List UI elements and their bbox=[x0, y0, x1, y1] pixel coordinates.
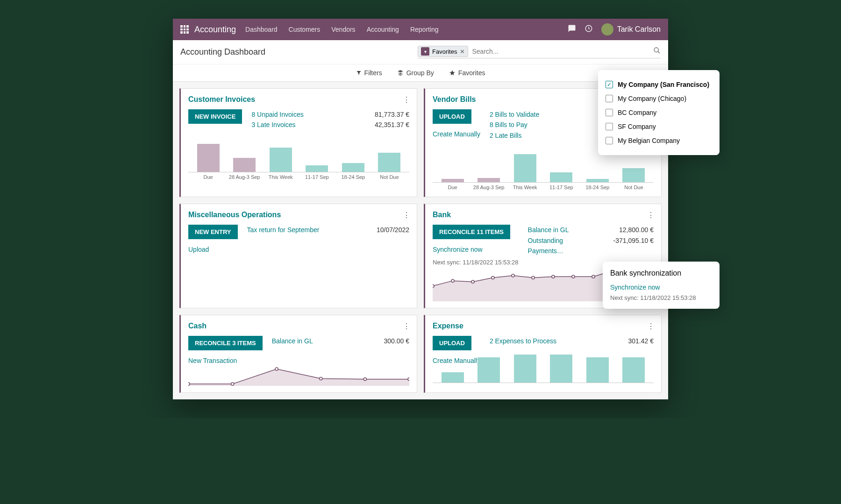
company-option[interactable]: SF Company bbox=[606, 120, 712, 134]
upload-expense-button[interactable]: UPLOAD bbox=[433, 336, 471, 350]
tax-return-link[interactable]: Tax return for September bbox=[247, 225, 349, 235]
expense-bar-chart bbox=[433, 369, 654, 383]
checkbox-icon bbox=[606, 137, 613, 144]
chip-close-icon[interactable]: ✕ bbox=[460, 48, 465, 55]
svg-point-10 bbox=[572, 275, 575, 278]
svg-line-2 bbox=[658, 51, 660, 53]
card-menu-icon[interactable]: ⋮ bbox=[647, 211, 655, 220]
filter-row: Filters Group By Favorites bbox=[173, 64, 668, 82]
dashboard: ⋮ Customer Invoices NEW INVOICE 8 Unpaid… bbox=[173, 82, 668, 399]
messages-icon[interactable] bbox=[568, 24, 576, 35]
svg-point-18 bbox=[320, 377, 322, 380]
svg-point-20 bbox=[408, 378, 409, 381]
bills-pay-link[interactable]: 8 Bills to Pay bbox=[490, 120, 593, 130]
company-option[interactable]: My Company (Chicago) bbox=[606, 92, 712, 106]
svg-point-3 bbox=[433, 284, 434, 287]
search-input[interactable] bbox=[468, 46, 653, 57]
app-name[interactable]: Accounting bbox=[194, 25, 236, 35]
cash-balance-value: 300.00 € bbox=[358, 336, 409, 346]
upload-bills-button[interactable]: UPLOAD bbox=[433, 109, 471, 124]
search-icon[interactable] bbox=[653, 47, 661, 56]
company-option[interactable]: My Belgian Company bbox=[606, 134, 712, 148]
search-area: ▾ Favorites ✕ bbox=[418, 46, 661, 58]
card-menu-icon[interactable]: ⋮ bbox=[647, 322, 655, 331]
tax-return-date: 10/07/2022 bbox=[358, 225, 409, 235]
card-title[interactable]: Cash bbox=[188, 322, 409, 330]
expense-value: 301.42 € bbox=[602, 336, 654, 346]
svg-point-6 bbox=[492, 277, 494, 279]
nav-customers[interactable]: Customers bbox=[289, 26, 321, 33]
sync-now-link[interactable]: Synchronize now bbox=[433, 246, 483, 253]
nav-dashboard[interactable]: Dashboard bbox=[245, 26, 278, 33]
new-invoice-button[interactable]: NEW INVOICE bbox=[188, 109, 242, 124]
card-title[interactable]: Miscellaneous Operations bbox=[188, 211, 409, 219]
card-title[interactable]: Bank bbox=[433, 211, 654, 219]
filter-icon: ▾ bbox=[421, 47, 429, 56]
late-value: 42,351.37 € bbox=[358, 120, 409, 130]
reconcile-cash-button[interactable]: RECONCILE 3 ITEMS bbox=[188, 336, 263, 350]
card-menu-icon[interactable]: ⋮ bbox=[403, 322, 410, 331]
outstanding-link[interactable]: Outstanding Payments… bbox=[528, 235, 593, 256]
card-title[interactable]: Expense bbox=[433, 322, 654, 330]
user-name: Tarik Carlson bbox=[617, 25, 661, 34]
nav-accounting[interactable]: Accounting bbox=[367, 26, 399, 33]
balance-value: 12,800.00 € bbox=[602, 225, 654, 235]
sync-popup-link[interactable]: Synchronize now bbox=[610, 282, 712, 292]
sync-popup-next: Next sync: 11/18/2022 15:53:28 bbox=[610, 294, 712, 301]
card-menu-icon[interactable]: ⋮ bbox=[403, 211, 410, 220]
card-customer-invoices: ⋮ Customer Invoices NEW INVOICE 8 Unpaid… bbox=[179, 88, 417, 197]
company-selector-popup: ✓My Company (San Francisco)My Company (C… bbox=[598, 70, 720, 155]
svg-point-16 bbox=[231, 383, 234, 385]
company-option[interactable]: ✓My Company (San Francisco) bbox=[606, 78, 712, 92]
cash-balance-link[interactable]: Balance in GL bbox=[272, 336, 349, 346]
company-label: My Belgian Company bbox=[618, 137, 680, 144]
search-chip[interactable]: ▾ Favorites ✕ bbox=[418, 46, 468, 57]
svg-point-19 bbox=[363, 378, 366, 381]
reconcile-bank-button[interactable]: RECONCILE 11 ITEMS bbox=[433, 225, 510, 239]
topbar: Accounting Dashboard Customers Vendors A… bbox=[173, 19, 668, 40]
user-menu[interactable]: Tarik Carlson bbox=[601, 23, 661, 35]
card-cash: ⋮ Cash RECONCILE 3 ITEMS New Transaction… bbox=[179, 315, 417, 393]
create-manually-link[interactable]: Create Manually bbox=[433, 130, 480, 138]
svg-point-11 bbox=[592, 275, 595, 278]
company-option[interactable]: BC Company bbox=[606, 106, 712, 120]
chart-labels: Due28 Aug-3 SepThis Week11-17 Sep18-24 S… bbox=[433, 183, 654, 190]
balance-gl-link[interactable]: Balance in GL bbox=[528, 225, 593, 235]
nav-menu: Dashboard Customers Vendors Accounting R… bbox=[245, 26, 439, 33]
unpaid-value: 81,773.37 € bbox=[358, 109, 409, 120]
company-label: SF Company bbox=[618, 123, 656, 130]
new-entry-button[interactable]: NEW ENTRY bbox=[188, 225, 238, 239]
groupby-button[interactable]: Group By bbox=[397, 69, 434, 77]
late-bills-link[interactable]: 2 Late Bills bbox=[490, 130, 593, 141]
svg-point-15 bbox=[188, 383, 190, 385]
svg-point-7 bbox=[512, 274, 514, 277]
svg-point-9 bbox=[552, 275, 555, 278]
upload-link[interactable]: Upload bbox=[188, 246, 209, 253]
expenses-process-link[interactable]: 2 Expenses to Process bbox=[490, 336, 593, 346]
outstanding-value: -371,095.10 € bbox=[602, 235, 654, 246]
bank-sync-popup: Bank synchronization Synchronize now Nex… bbox=[603, 262, 720, 309]
company-label: My Company (San Francisco) bbox=[618, 81, 709, 88]
checkbox-icon: ✓ bbox=[606, 81, 613, 88]
card-title[interactable]: Customer Invoices bbox=[188, 95, 409, 104]
checkbox-icon bbox=[606, 109, 613, 116]
svg-point-17 bbox=[275, 368, 278, 370]
unpaid-invoices-link[interactable]: 8 Unpaid Invoices bbox=[251, 109, 349, 120]
sync-popup-title: Bank synchronization bbox=[610, 269, 712, 277]
nav-vendors[interactable]: Vendors bbox=[331, 26, 355, 33]
filters-button[interactable]: Filters bbox=[356, 69, 382, 77]
new-transaction-link[interactable]: New Transaction bbox=[188, 357, 237, 364]
card-menu-icon[interactable]: ⋮ bbox=[403, 95, 410, 104]
apps-grid-icon[interactable] bbox=[180, 25, 189, 34]
bills-validate-link[interactable]: 2 Bills to Validate bbox=[490, 109, 593, 120]
late-invoices-link[interactable]: 3 Late Invoices bbox=[251, 120, 349, 130]
company-label: My Company (Chicago) bbox=[618, 95, 686, 102]
page-title: Accounting Dashboard bbox=[180, 47, 265, 57]
favorites-button[interactable]: Favorites bbox=[449, 69, 485, 77]
svg-point-8 bbox=[532, 277, 535, 279]
activity-icon[interactable] bbox=[584, 24, 593, 35]
chart-labels: Due28 Aug-3 SepThis Week11-17 Sep18-24 S… bbox=[188, 172, 409, 180]
checkbox-icon bbox=[606, 95, 613, 102]
chip-label: Favorites bbox=[432, 48, 457, 55]
nav-reporting[interactable]: Reporting bbox=[410, 26, 439, 33]
